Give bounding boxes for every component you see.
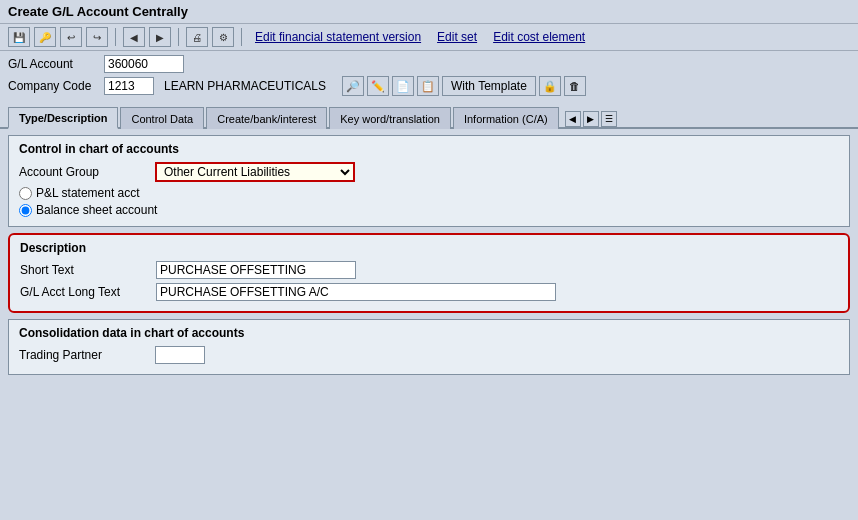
balance-sheet-label: Balance sheet account [36,203,157,217]
pl-statement-label: P&L statement acct [36,186,140,200]
account-group-select[interactable]: Other Current Liabilities [155,162,355,182]
new-btn[interactable]: 📄 [392,76,414,96]
gl-account-label: G/L Account [8,57,98,71]
toolbar-save-btn[interactable]: 💾 [8,27,30,47]
pl-statement-row: P&L statement acct [19,186,839,200]
balance-sheet-radio[interactable] [19,204,32,217]
gl-account-input[interactable] [104,55,184,73]
trading-partner-input[interactable] [155,346,205,364]
company-name: LEARN PHARMACEUTICALS [164,79,326,93]
lock-btn[interactable]: 🔒 [539,76,561,96]
edit-fs-version-link[interactable]: Edit financial statement version [255,30,421,44]
separator-1 [115,28,116,46]
description-title: Description [20,241,838,255]
toolbar-redo-btn[interactable]: ↪ [86,27,108,47]
short-text-row: Short Text [20,261,838,279]
separator-3 [241,28,242,46]
toolbar-undo-btn[interactable]: ↩ [60,27,82,47]
toolbar-settings-btn[interactable]: ⚙ [212,27,234,47]
control-chart-title: Control in chart of accounts [19,142,839,156]
header-actions: 🔎 ✏️ 📄 📋 With Template 🔒 🗑 [342,76,586,96]
tab-list-btn[interactable]: ☰ [601,111,617,127]
pl-statement-radio[interactable] [19,187,32,200]
gl-account-row: G/L Account [8,55,850,73]
tab-scroll-controls: ◀ ▶ ☰ [565,111,617,127]
edit-cost-element-link[interactable]: Edit cost element [493,30,585,44]
tab-scroll-left-btn[interactable]: ◀ [565,111,581,127]
edit-btn[interactable]: ✏️ [367,76,389,96]
tab-create-bank-interest[interactable]: Create/bank/interest [206,107,327,129]
toolbar-back-btn[interactable]: ◀ [123,27,145,47]
tabs-bar: Type/Description Control Data Create/ban… [0,101,858,129]
main-content: Control in chart of accounts Account Gro… [0,129,858,381]
account-group-row: Account Group Other Current Liabilities [19,162,839,182]
description-section: Description Short Text G/L Acct Long Tex… [8,233,850,313]
separator-2 [178,28,179,46]
tab-type-description[interactable]: Type/Description [8,107,118,129]
toolbar-fwd-btn[interactable]: ▶ [149,27,171,47]
control-chart-section: Control in chart of accounts Account Gro… [8,135,850,227]
tab-keyword-translation[interactable]: Key word/translation [329,107,451,129]
company-code-label: Company Code [8,79,98,93]
company-code-row: Company Code LEARN PHARMACEUTICALS 🔎 ✏️ … [8,76,850,96]
short-text-label: Short Text [20,263,150,277]
long-text-row: G/L Acct Long Text [20,283,838,301]
tab-scroll-right-btn[interactable]: ▶ [583,111,599,127]
account-group-label: Account Group [19,165,149,179]
page-title: Create G/L Account Centrally [8,4,188,19]
tab-information[interactable]: Information (C/A) [453,107,559,129]
long-text-label: G/L Acct Long Text [20,285,150,299]
consolidation-section: Consolidation data in chart of accounts … [8,319,850,375]
delete-btn[interactable]: 🗑 [564,76,586,96]
toolbar-shortcut-btn[interactable]: 🔑 [34,27,56,47]
toolbar-print-btn[interactable]: 🖨 [186,27,208,47]
company-code-input[interactable] [104,77,154,95]
display-mode-btn[interactable]: 🔎 [342,76,364,96]
trading-partner-row: Trading Partner [19,346,839,364]
consolidation-title: Consolidation data in chart of accounts [19,326,839,340]
short-text-input[interactable] [156,261,356,279]
edit-set-link[interactable]: Edit set [437,30,477,44]
trading-partner-label: Trading Partner [19,348,149,362]
toolbar: 💾 🔑 ↩ ↪ ◀ ▶ 🖨 ⚙ Edit financial statement… [0,24,858,51]
with-template-btn[interactable]: With Template [442,76,536,96]
balance-sheet-row: Balance sheet account [19,203,839,217]
long-text-input[interactable] [156,283,556,301]
copy-btn[interactable]: 📋 [417,76,439,96]
title-bar: Create G/L Account Centrally [0,0,858,24]
tab-control-data[interactable]: Control Data [120,107,204,129]
header-fields: G/L Account Company Code LEARN PHARMACEU… [0,51,858,101]
